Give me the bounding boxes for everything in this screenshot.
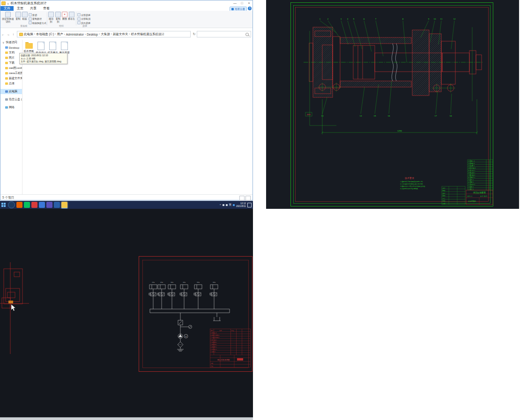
help-icon[interactable]: ? [248, 7, 252, 10]
breadcrumb-segment[interactable]: 用户 [54, 32, 63, 37]
ribbon: 固定到快速访问 复制 粘贴 剪切 复制路径 粘贴快捷方式 移动到 [0, 11, 253, 28]
svg-text:11 缸盖 1: 11 缸盖 1 [468, 165, 475, 167]
invert-selection-button[interactable]: 反向选择 [77, 21, 90, 24]
sidebar-item-desktop[interactable]: Desktop [0, 45, 22, 50]
up-button[interactable]: ↑ [11, 33, 16, 36]
cad-assembly-viewport[interactable]: 1 2 3 4 5 6 7 8 9 10 11 12 13 14 15 16 1… [266, 0, 519, 209]
svg-text:14: 14 [359, 115, 362, 117]
paste-shortcut-button[interactable]: 粘贴快捷方式 [29, 21, 46, 24]
copy-to-button[interactable]: 复制到 [55, 12, 61, 23]
svg-text:4YG: 4YG [183, 281, 186, 283]
svg-text:序号: 序号 [211, 330, 214, 332]
maximize-button[interactable]: □ [238, 0, 245, 6]
svg-text:4 活塞 1: 4 活塞 1 [468, 181, 474, 183]
taskbar-icon-explorer[interactable] [61, 202, 67, 208]
taskbar-icon-search[interactable] [8, 201, 15, 208]
select-none-button[interactable]: 全部取消 [77, 17, 90, 21]
svg-text:1YG: 1YG [152, 281, 155, 283]
tab-share[interactable]: 共享 [27, 6, 40, 11]
sidebar-item-cad-exb[interactable]: cad图+exb图 [0, 66, 22, 71]
sidebar-item-cloud-drive[interactable]: 迅雷云盘 (A:) [0, 97, 22, 102]
select-none-icon [77, 17, 81, 21]
rename-button[interactable]: 重命名 [68, 12, 75, 21]
breadcrumb-segment[interactable]: 新建文件夹 [110, 32, 128, 37]
search-input[interactable] [197, 31, 251, 37]
folder-icon [5, 62, 8, 64]
taskbar-icon-photoshop[interactable] [46, 202, 52, 208]
sidebar-quick-access[interactable]: ∨ 快速访问 [0, 40, 22, 45]
tab-file[interactable]: 文件 [0, 6, 14, 11]
svg-text:1: 1 [319, 18, 321, 20]
copy-button[interactable]: 复制 [15, 12, 21, 21]
cad-schematic-viewport[interactable]: M 1YG 2YG 3YG 4YG 5YG 6YG [0, 209, 253, 417]
ribbon-separator [47, 12, 47, 25]
paste-shortcut-icon [29, 21, 32, 24]
svg-text:2: 2 [327, 18, 329, 20]
svg-text:3 支承环 2: 3 支承环 2 [468, 184, 475, 185]
file-icon [49, 42, 56, 50]
input-language[interactable]: 英 [229, 203, 232, 206]
paste-button[interactable]: 粘贴 [22, 12, 28, 21]
tray-chevron-up-icon[interactable]: ^ [220, 204, 221, 206]
move-to-icon [48, 12, 54, 17]
breadcrumb-segment[interactable]: 积木劈裂机液压系统设计 [128, 32, 164, 37]
svg-text:2 过滤器 1: 2 过滤器 1 [211, 348, 217, 350]
ime-icon[interactable] [233, 204, 235, 206]
svg-text:6: 6 [364, 18, 365, 20]
tab-home[interactable]: 主页 [14, 6, 27, 11]
select-all-button[interactable]: 全部选择 [77, 13, 90, 16]
taskbar-icon-wechat[interactable] [24, 202, 30, 208]
breadcrumb-segment[interactable]: 大集源 [98, 32, 110, 37]
explorer-body: ∨ 快速访问 Desktop 文档 图片 下载 cad图+exb图 caxa工程… [0, 40, 253, 194]
svg-text:8: 8 [402, 18, 404, 20]
svg-text:日期: 日期 [443, 203, 446, 205]
taskbar-icon-qq[interactable] [39, 202, 45, 208]
notification-center-icon[interactable] [247, 203, 252, 207]
svg-text:数量: 数量 [231, 330, 234, 332]
minimize-button[interactable]: — [231, 0, 238, 6]
taskbar-icon-music[interactable] [31, 202, 37, 208]
volume-icon[interactable] [223, 204, 224, 206]
svg-text:8 单向节流阀 6: 8 单向节流阀 6 [211, 334, 220, 336]
sidebar-item-new-folder[interactable]: 新建文件夹 [0, 76, 22, 81]
sidebar-item-caxa[interactable]: caxa工程图 [0, 71, 22, 76]
tab-view[interactable]: 查看 [40, 6, 53, 11]
group-label-clipboard: 剪贴板 [21, 24, 28, 27]
window-title: 积木劈裂机液压系统设计 [10, 1, 46, 6]
breadcrumb-segment[interactable]: Administrator [63, 33, 83, 36]
taskbar-icon-cad[interactable] [54, 202, 60, 208]
file-list-area[interactable]: 积木劈裂机液压系统设计 毕业设计 (论文) 提升液压缸 液压原理图 创建日期: … [22, 40, 253, 194]
back-button[interactable]: ← [0, 33, 6, 36]
close-button[interactable]: × [245, 0, 253, 6]
breadcrumb-segment[interactable]: 本地磁盘 (C:) [33, 32, 54, 37]
cloud-drive-icon [231, 8, 234, 10]
forward-button[interactable]: → [6, 33, 11, 36]
svg-text:6YG: 6YG [213, 281, 215, 283]
breadcrumb-segment[interactable]: 此电脑 [24, 32, 33, 37]
sidebar-item-overall[interactable]: 总体 [0, 81, 22, 86]
sidebar-item-this-pc[interactable]: 此电脑 [0, 89, 22, 94]
delete-icon: × [62, 12, 67, 17]
delete-button[interactable]: × 删除 [62, 12, 67, 21]
move-to-button[interactable]: 移动到 [48, 12, 54, 23]
copy-path-button[interactable]: 复制路径 [29, 17, 46, 21]
cut-button[interactable]: 剪切 [29, 13, 46, 16]
svg-text:2.活塞在缸筒内移动应灵活无卡滞;: 2.活塞在缸筒内移动应灵活无卡滞; [400, 183, 423, 185]
breadcrumb[interactable]: 此电脑 本地磁盘 (C:) 用户 Administrator Desktop 大… [17, 31, 191, 37]
sidebar-item-network[interactable]: 网络 [0, 105, 22, 110]
taskbar: ^ 英 12:12 2021/8/11 [0, 201, 253, 209]
breadcrumb-segment[interactable]: Desktop [84, 33, 98, 36]
title-bar[interactable]: ∨ 积木劈裂机液压系统设计 — □ × [0, 0, 253, 6]
svg-text:8 防尘圈 1: 8 防尘圈 1 [468, 172, 475, 174]
quick-access-toolbar-icon[interactable]: ∨ [7, 2, 9, 5]
thumbnail-view-icon[interactable] [245, 196, 251, 200]
details-view-icon[interactable] [239, 196, 245, 200]
network-icon[interactable] [226, 204, 228, 206]
taskbar-clock[interactable]: 12:12 2021/8/11 [236, 202, 246, 207]
start-button[interactable] [0, 201, 7, 209]
svg-text:5YG: 5YG [197, 281, 200, 283]
taskbar-icon-firefox[interactable] [16, 202, 22, 208]
refresh-button[interactable]: ↻ [192, 32, 197, 36]
svg-text:6 压力表 1: 6 压力表 1 [211, 339, 217, 341]
pin-to-quick-access-button[interactable]: 固定到快速访问 [1, 12, 15, 23]
